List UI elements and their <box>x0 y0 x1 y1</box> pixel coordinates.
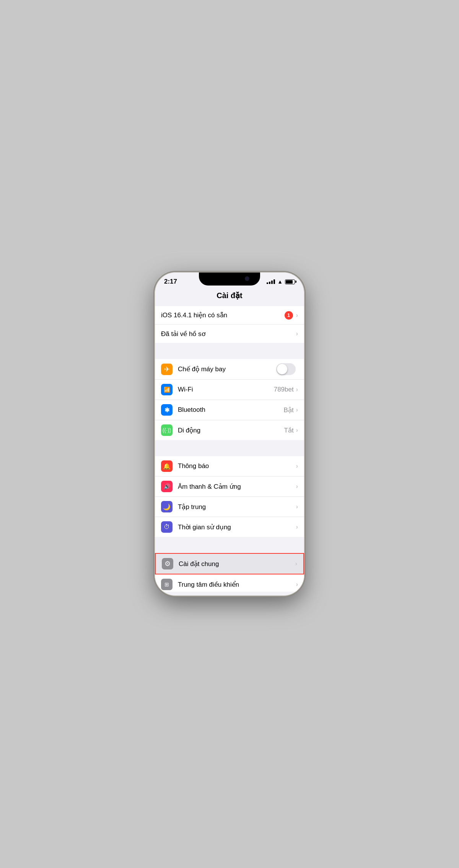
camera-dot <box>245 276 249 281</box>
airplane-icon: ✈ <box>161 364 173 375</box>
row-ios-update[interactable]: iOS 16.4.1 hiện có sẵn 1 › <box>155 306 304 325</box>
control-center-label: Trung tâm điều khiển <box>178 581 296 589</box>
cellular-value: Tắt <box>284 426 294 434</box>
battery-icon <box>285 279 295 284</box>
chevron-icon: › <box>296 330 298 337</box>
chevron-icon: › <box>296 503 298 510</box>
phone-frame: 2:17 ▲ Cài đặt iOS 16.4 <box>155 272 304 596</box>
chevron-icon: › <box>296 524 298 530</box>
bluetooth-icon: ✱ <box>161 404 173 416</box>
profile-label: Đã tải về hồ sơ <box>161 330 296 338</box>
wifi-status-icon: ▲ <box>277 279 283 285</box>
section-spacer-1 <box>155 346 304 359</box>
update-badge: 1 <box>285 311 293 320</box>
cellular-icon: ((·)) <box>161 424 173 436</box>
wifi-label: Wi-Fi <box>178 386 274 393</box>
battery-fill <box>286 280 293 284</box>
row-focus[interactable]: 🌙 Tập trung › <box>155 497 304 517</box>
section-spacer-2 <box>155 443 304 456</box>
row-control-center[interactable]: ⊞ Trung tâm điều khiển › <box>155 574 304 592</box>
control-center-icon: ⊞ <box>161 579 173 590</box>
general-icon: ⚙ <box>162 558 173 569</box>
status-time: 2:17 <box>164 278 177 286</box>
notifications-label: Thông báo <box>178 462 296 470</box>
wifi-icon: 📶 <box>161 384 173 395</box>
sound-icon: 🔊 <box>161 481 173 492</box>
row-wifi[interactable]: 📶 Wi-Fi 789bet › <box>155 380 304 400</box>
signal-icon <box>267 279 275 284</box>
bluetooth-label: Bluetooth <box>178 406 284 414</box>
notification-icon: 🔔 <box>161 460 173 472</box>
focus-icon: 🌙 <box>161 501 173 512</box>
focus-label: Tập trung <box>178 503 296 511</box>
row-notifications[interactable]: 🔔 Thông báo › <box>155 456 304 476</box>
settings-content[interactable]: Cài đặt iOS 16.4.1 hiện có sẵn 1 › Đã tả… <box>155 288 304 592</box>
bluetooth-value: Bật <box>284 406 294 414</box>
airplane-toggle[interactable] <box>276 363 296 375</box>
cellular-label: Di động <box>178 426 284 434</box>
section-spacer-3 <box>155 540 304 553</box>
airplane-label: Chế độ máy bay <box>178 365 276 373</box>
section-update: iOS 16.4.1 hiện có sẵn 1 › Đã tải về hồ … <box>155 306 304 343</box>
chevron-icon: › <box>295 560 297 567</box>
section-notifications: 🔔 Thông báo › 🔊 Âm thanh & Cảm ứng › 🌙 T… <box>155 456 304 537</box>
row-sounds[interactable]: 🔊 Âm thanh & Cảm ứng › <box>155 476 304 497</box>
wifi-value: 789bet <box>274 386 294 393</box>
ios-update-label: iOS 16.4.1 hiện có sẵn <box>161 311 285 319</box>
screentime-label: Thời gian sử dụng <box>178 523 296 531</box>
chevron-icon: › <box>296 406 298 413</box>
row-profile[interactable]: Đã tải về hồ sơ › <box>155 325 304 343</box>
toggle-knob <box>277 364 287 374</box>
phone-screen: 2:17 ▲ Cài đặt iOS 16.4 <box>155 272 304 596</box>
row-screentime[interactable]: ⏱ Thời gian sử dụng › <box>155 517 304 537</box>
chevron-icon: › <box>296 463 298 470</box>
chevron-icon: › <box>296 386 298 393</box>
page-title: Cài đặt <box>155 288 304 306</box>
row-general[interactable]: ⚙ Cài đặt chung › <box>155 553 304 574</box>
screentime-icon: ⏱ <box>161 521 173 533</box>
row-airplane[interactable]: ✈ Chế độ máy bay <box>155 359 304 380</box>
chevron-icon: › <box>296 581 298 588</box>
section-connectivity: ✈ Chế độ máy bay 📶 Wi-Fi 789bet › ✱ Blue… <box>155 359 304 440</box>
status-icons: ▲ <box>267 279 295 285</box>
chevron-icon: › <box>296 427 298 434</box>
notch <box>199 272 260 286</box>
section-system: ⚙ Cài đặt chung › ⊞ Trung tâm điều khiển… <box>155 553 304 592</box>
chevron-icon: › <box>296 483 298 490</box>
sounds-label: Âm thanh & Cảm ứng <box>178 483 296 491</box>
row-bluetooth[interactable]: ✱ Bluetooth Bật › <box>155 400 304 420</box>
chevron-icon: › <box>296 312 298 319</box>
row-cellular[interactable]: ((·)) Di động Tắt › <box>155 420 304 440</box>
general-label: Cài đặt chung <box>179 560 295 568</box>
